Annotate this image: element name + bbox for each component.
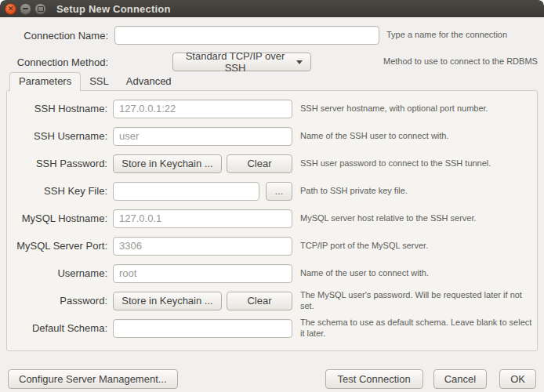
ssh-keyfile-hint: Path to SSH private key file. xyxy=(300,186,408,197)
connection-method-row: Connection Method: Standard TCP/IP over … xyxy=(6,53,538,71)
ssh-hostname-input[interactable] xyxy=(113,100,292,118)
ssh-password-row: SSH Password: Store in Keychain ... Clea… xyxy=(7,150,537,177)
password-label: Password: xyxy=(7,295,107,307)
username-input[interactable] xyxy=(113,264,292,283)
configure-server-management-button[interactable]: Configure Server Management... xyxy=(8,369,178,389)
tab-ssl[interactable]: SSL xyxy=(81,73,118,90)
ssh-hostname-hint: SSH server hostname, with optional port … xyxy=(300,103,488,114)
ssh-hostname-label: SSH Hostname: xyxy=(7,103,107,114)
cancel-button[interactable]: Cancel xyxy=(433,369,487,389)
chevron-down-icon xyxy=(296,60,303,64)
close-icon: ✕ xyxy=(8,5,14,12)
password-row: Password: Store in Keychain ... Clear Th… xyxy=(7,287,537,314)
ssh-username-input[interactable] xyxy=(113,127,292,146)
dialog-footer: Configure Server Management... Test Conn… xyxy=(6,369,538,389)
ssh-keyfile-input[interactable] xyxy=(113,182,259,201)
connection-name-row: Connection Name: Type a name for the con… xyxy=(6,26,538,45)
username-row: Username: Name of the user to connect wi… xyxy=(7,260,537,287)
connection-name-input[interactable] xyxy=(114,26,379,45)
mysql-port-label: MySQL Server Port: xyxy=(7,240,107,252)
window-minimize-button[interactable] xyxy=(20,3,31,15)
window-title: Setup New Connection xyxy=(56,3,171,15)
connection-name-hint: Type a name for the connection xyxy=(386,30,507,41)
window-close-button[interactable]: ✕ xyxy=(5,3,16,15)
mysql-port-hint: TCP/IP port of the MySQL server. xyxy=(300,241,428,252)
connection-name-label: Connection Name: xyxy=(6,30,108,42)
default-schema-input[interactable] xyxy=(113,319,292,338)
username-hint: Name of the user to connect with. xyxy=(300,268,429,279)
test-connection-button[interactable]: Test Connection xyxy=(325,369,423,389)
ssh-password-hint: SSH user password to connect to the SSH … xyxy=(300,158,491,169)
ssh-password-label: SSH Password: xyxy=(7,158,107,169)
tab-parameters[interactable]: Parameters xyxy=(9,72,81,91)
password-hint: The MySQL user's password. Will be reque… xyxy=(300,290,532,312)
ssh-username-label: SSH Username: xyxy=(7,130,107,142)
mysql-hostname-label: MySQL Hostname: xyxy=(7,212,107,224)
default-schema-hint: The schema to use as default schema. Lea… xyxy=(300,318,532,339)
ssh-username-hint: Name of the SSH user to connect with. xyxy=(300,131,449,142)
connection-method-label: Connection Method: xyxy=(6,56,108,68)
mysql-clear-password-button[interactable]: Clear xyxy=(227,292,292,310)
connection-method-hint: Method to use to connect to the RDBMS xyxy=(383,56,538,67)
ssh-clear-password-button[interactable]: Clear xyxy=(227,154,292,173)
parameters-panel: SSH Hostname: SSH server hostname, with … xyxy=(6,90,538,351)
mysql-hostname-input[interactable] xyxy=(113,209,292,228)
mysql-port-row: MySQL Server Port: TCP/IP port of the My… xyxy=(7,232,537,260)
window-maximize-button[interactable] xyxy=(34,3,46,15)
connection-method-dropdown[interactable]: Standard TCP/IP over SSH xyxy=(172,53,311,71)
connection-method-value: Standard TCP/IP over SSH xyxy=(181,50,289,74)
username-label: Username: xyxy=(7,267,107,279)
window-titlebar[interactable]: ✕ Setup New Connection xyxy=(0,0,544,17)
tab-advanced[interactable]: Advanced xyxy=(118,73,180,90)
mysql-hostname-row: MySQL Hostname: MySQL server host relati… xyxy=(7,205,537,232)
mysql-port-input[interactable] xyxy=(113,237,292,256)
ssh-store-keychain-button[interactable]: Store in Keychain ... xyxy=(113,154,222,173)
default-schema-label: Default Schema: xyxy=(7,322,107,334)
default-schema-row: Default Schema: The schema to use as def… xyxy=(7,314,537,342)
ssh-keyfile-row: SSH Key File: ... Path to SSH private ke… xyxy=(7,177,537,205)
ssh-hostname-row: SSH Hostname: SSH server hostname, with … xyxy=(7,95,537,122)
ok-button[interactable]: OK xyxy=(499,369,536,389)
mysql-store-keychain-button[interactable]: Store in Keychain ... xyxy=(113,292,222,310)
maximize-icon xyxy=(38,6,44,12)
minimize-icon xyxy=(23,8,28,9)
ssh-keyfile-label: SSH Key File: xyxy=(7,185,107,197)
ssh-username-row: SSH Username: Name of the SSH user to co… xyxy=(7,122,537,150)
tab-bar: Parameters SSL Advanced xyxy=(6,71,538,90)
setup-new-connection-dialog: ✕ Setup New Connection Connection Name: … xyxy=(0,0,544,392)
ssh-keyfile-browse-button[interactable]: ... xyxy=(266,182,292,201)
mysql-hostname-hint: MySQL server host relative to the SSH se… xyxy=(300,213,477,224)
